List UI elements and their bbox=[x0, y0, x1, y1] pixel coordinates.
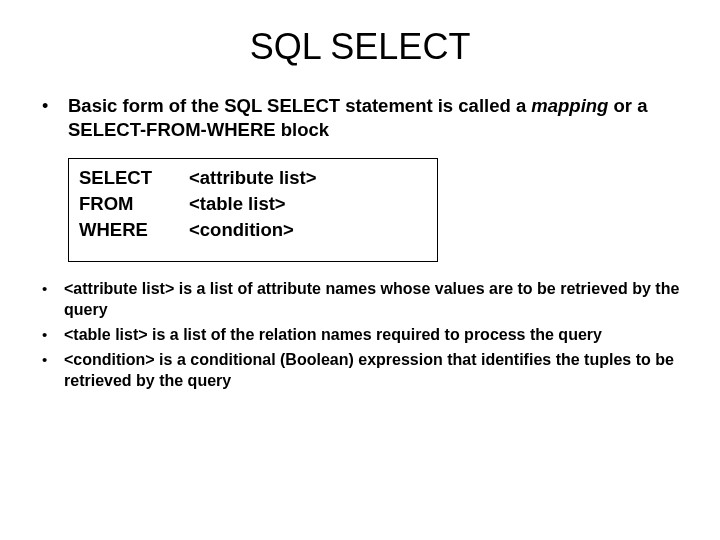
syntax-keyword: FROM bbox=[79, 191, 189, 217]
intro-sfw: SELECT-FROM-WHERE block bbox=[68, 119, 329, 140]
definition-bullet: • <attribute list> is a list of attribut… bbox=[40, 278, 680, 320]
intro-pre: Basic form of the SQL SELECT statement i… bbox=[68, 95, 531, 116]
syntax-keyword: SELECT bbox=[79, 165, 189, 191]
definitions-section: • <attribute list> is a list of attribut… bbox=[40, 278, 680, 391]
intro-text: Basic form of the SQL SELECT statement i… bbox=[68, 94, 680, 142]
intro-bullet: • Basic form of the SQL SELECT statement… bbox=[40, 94, 680, 142]
bullet-marker: • bbox=[40, 278, 64, 299]
syntax-placeholder: <attribute list> bbox=[189, 165, 427, 191]
intro-mapping-word: mapping bbox=[531, 95, 608, 116]
intro-bullet-section: • Basic form of the SQL SELECT statement… bbox=[40, 94, 680, 142]
definition-text: <condition> is a conditional (Boolean) e… bbox=[64, 349, 680, 391]
definition-text: <attribute list> is a list of attribute … bbox=[64, 278, 680, 320]
definition-text: <table list> is a list of the relation n… bbox=[64, 324, 680, 345]
bullet-marker: • bbox=[40, 324, 64, 345]
bullet-marker: • bbox=[40, 349, 64, 370]
syntax-box: SELECT <attribute list> FROM <table list… bbox=[68, 158, 438, 262]
syntax-row: SELECT <attribute list> bbox=[79, 165, 427, 191]
syntax-placeholder: <condition> bbox=[189, 217, 427, 243]
syntax-keyword: WHERE bbox=[79, 217, 189, 243]
bullet-marker: • bbox=[40, 94, 68, 118]
definition-bullet: • <condition> is a conditional (Boolean)… bbox=[40, 349, 680, 391]
syntax-row: WHERE <condition> bbox=[79, 217, 427, 243]
syntax-row: FROM <table list> bbox=[79, 191, 427, 217]
intro-mid: or a bbox=[608, 95, 647, 116]
definition-bullet: • <table list> is a list of the relation… bbox=[40, 324, 680, 345]
slide-title: SQL SELECT bbox=[40, 26, 680, 68]
syntax-placeholder: <table list> bbox=[189, 191, 427, 217]
